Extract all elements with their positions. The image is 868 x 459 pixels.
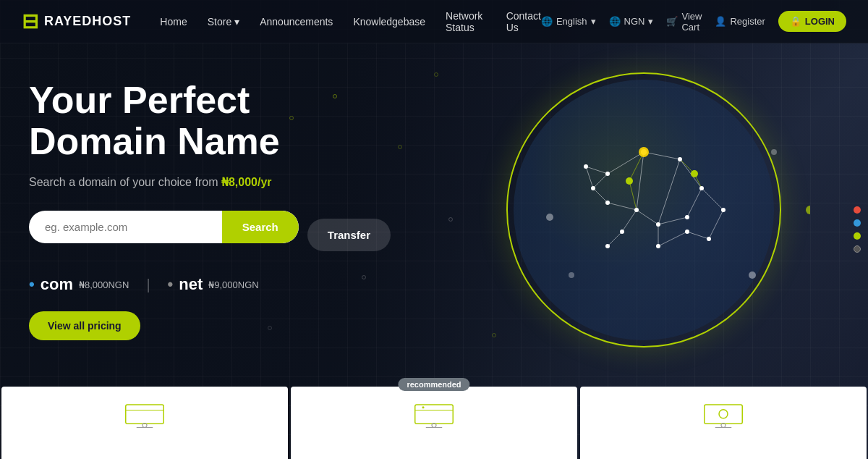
tld-com-logo: •	[29, 275, 35, 294]
carousel-dots	[854, 206, 861, 253]
svg-point-34	[707, 237, 711, 241]
svg-point-42	[639, 147, 649, 157]
svg-point-58	[719, 410, 728, 418]
svg-point-33	[721, 208, 726, 212]
transfer-button[interactable]: Transfer	[307, 219, 391, 251]
carousel-dot-3[interactable]	[854, 232, 861, 240]
nav-announcements[interactable]: Announcements	[260, 16, 333, 28]
svg-point-35	[685, 230, 689, 234]
svg-point-41	[691, 170, 698, 177]
svg-point-40	[626, 177, 633, 185]
svg-line-13	[687, 232, 709, 239]
card-2[interactable]: recommended	[291, 387, 577, 459]
svg-point-39	[584, 164, 588, 169]
cart-icon: 🛒	[666, 16, 678, 27]
search-bar: Search	[29, 211, 299, 243]
nav-store[interactable]: Store ▾	[208, 16, 239, 28]
search-button[interactable]: Search	[222, 211, 299, 243]
svg-point-27	[699, 186, 704, 190]
view-all-pricing-button[interactable]: View all pricing	[29, 311, 140, 340]
hero-subtitle: Search a domain of your choice from ₦8,0…	[29, 175, 391, 189]
svg-line-21	[629, 181, 637, 210]
carousel-dot-2[interactable]	[854, 219, 861, 227]
svg-line-4	[658, 217, 687, 224]
svg-point-46	[749, 271, 756, 279]
card-3-icon	[702, 401, 745, 430]
svg-point-24	[605, 172, 610, 176]
svg-rect-57	[705, 405, 743, 424]
svg-line-3	[687, 188, 702, 217]
svg-line-12	[709, 210, 723, 239]
nav-network-status[interactable]: Network Status	[446, 10, 486, 33]
svg-line-11	[702, 188, 723, 210]
svg-point-43	[806, 206, 810, 214]
card-3[interactable]	[580, 387, 867, 459]
nav-right: 🌐 English ▾ 🌐 NGN ▾ 🛒 View Cart 👤 Regist…	[541, 11, 846, 33]
chevron-down-icon: ▾	[591, 16, 596, 27]
svg-point-26	[678, 157, 682, 161]
svg-line-5	[637, 210, 658, 224]
tld-com-item[interactable]: • com ₦8,000NGN	[29, 275, 129, 294]
hero-section: Your Perfect Domain Name Search a domain…	[0, 43, 420, 340]
svg-line-15	[608, 232, 622, 246]
carousel-dot-1[interactable]	[854, 206, 861, 214]
globe-icon-currency: 🌐	[609, 16, 621, 27]
svg-line-9	[637, 152, 644, 210]
svg-line-14	[622, 210, 637, 232]
recommended-badge: recommended	[398, 378, 469, 391]
globe-icon: 🌐	[541, 16, 553, 27]
user-icon: 👤	[715, 16, 726, 27]
svg-point-45	[569, 272, 574, 278]
svg-rect-48	[126, 405, 164, 424]
svg-point-36	[620, 230, 624, 234]
view-cart-link[interactable]: 🛒 View Cart	[666, 11, 702, 33]
nav-home[interactable]: Home	[160, 16, 187, 28]
nav-contact[interactable]: Contact Us	[506, 10, 541, 33]
navbar: ⊟ RAYEDHOST Home Store ▾ Announcements K…	[0, 0, 868, 43]
hero-title: Your Perfect Domain Name	[29, 80, 391, 162]
svg-line-1	[644, 152, 680, 159]
cards-section: recommended	[0, 387, 868, 459]
nav-links: Home Store ▾ Announcements Knowledgebase…	[160, 10, 541, 33]
lock-icon: 🔒	[790, 16, 801, 27]
svg-line-8	[593, 174, 608, 188]
tld-list: • com ₦8,000NGN | • net ₦9,000NGN	[29, 275, 391, 294]
svg-point-37	[605, 244, 610, 248]
svg-line-17	[658, 232, 687, 246]
svg-line-7	[593, 188, 608, 203]
svg-line-19	[586, 167, 593, 188]
logo[interactable]: ⊟ RAYEDHOST	[22, 9, 131, 33]
domain-search-input[interactable]	[29, 211, 222, 243]
svg-point-29	[656, 222, 660, 227]
logo-icon: ⊟	[22, 9, 38, 33]
svg-line-6	[608, 203, 637, 210]
nav-left: ⊟ RAYEDHOST Home Store ▾ Announcements K…	[22, 9, 541, 33]
svg-line-18	[586, 167, 608, 174]
card-1-icon	[123, 401, 166, 430]
svg-point-47	[771, 149, 777, 155]
logo-text: RAYEDHOST	[44, 14, 131, 29]
chevron-down-icon: ▾	[648, 16, 653, 27]
svg-point-32	[591, 186, 595, 190]
svg-point-44	[546, 214, 553, 221]
svg-point-38	[656, 244, 660, 248]
tld-net-item[interactable]: • net ₦9,000NGN	[168, 275, 259, 294]
login-button[interactable]: 🔒 LOGIN	[778, 11, 846, 32]
carousel-dot-4[interactable]	[854, 245, 861, 253]
svg-point-31	[605, 201, 610, 205]
svg-point-30	[634, 208, 639, 212]
language-switcher[interactable]: 🌐 English ▾	[541, 16, 596, 27]
nav-knowledgebase[interactable]: Knowledgebase	[353, 16, 425, 28]
svg-point-54	[422, 406, 425, 408]
register-link[interactable]: 👤 Register	[715, 16, 765, 27]
tld-divider: |	[146, 277, 150, 293]
svg-point-28	[685, 215, 689, 219]
svg-rect-52	[415, 405, 454, 424]
currency-switcher[interactable]: 🌐 NGN ▾	[609, 16, 654, 27]
chevron-down-icon: ▾	[234, 16, 239, 28]
card-2-icon	[412, 401, 456, 430]
svg-line-10	[658, 159, 680, 224]
card-1[interactable]	[1, 387, 288, 459]
search-row: Search Transfer	[29, 211, 391, 259]
